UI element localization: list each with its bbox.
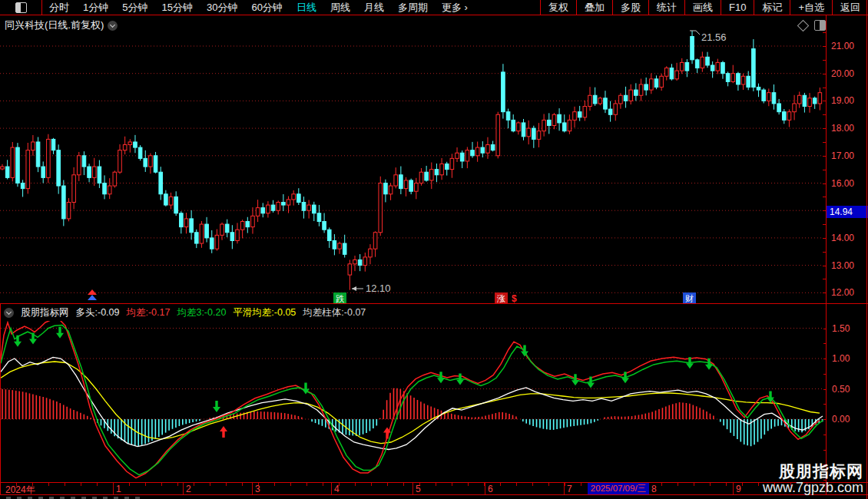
month-label: 2 [186, 484, 191, 494]
mountain-marker-icon [88, 289, 97, 300]
month-label: 7 [567, 484, 572, 494]
menu-item-3[interactable]: 15分钟 [154, 1, 199, 15]
date-axis: 2024年 123456789 2025/07/09/三 [0, 482, 868, 495]
low-annotation: 12.10 [366, 283, 391, 294]
window-menu-button[interactable] [0, 0, 42, 15]
price-axis-label: 13.00 [831, 260, 866, 271]
price-axis-label: 19.00 [831, 95, 866, 106]
sell-arrow-icon [213, 401, 220, 412]
month-label: 3 [255, 484, 260, 494]
high-annotation: 21.56 [701, 31, 727, 43]
sell-arrow-icon [14, 335, 22, 347]
price-axis-label: 14.00 [831, 233, 866, 243]
candlestick-chart: 21.5612.10跌涨财$ [0, 15, 826, 303]
indicator-field-2: 均差3:-0.20 [177, 306, 226, 319]
tool-menu-item-4[interactable]: 画线 [684, 0, 721, 15]
indicator-axis-label: 1.00 [832, 353, 867, 364]
price-tag: 14.94 [827, 206, 868, 218]
menu-item-9[interactable]: 多周期 [391, 1, 435, 15]
indicator-axis-label: 0.00 [832, 414, 867, 425]
menu-item-7[interactable]: 周线 [323, 1, 357, 15]
sell-arrow-icon [437, 372, 445, 383]
month-divider [331, 483, 332, 494]
indicator-field-1: 均差:-0.17 [126, 306, 170, 319]
price-axis-label: 16.00 [831, 178, 866, 189]
indicator-axis-label: 1.50 [832, 323, 867, 334]
fall-badge: 跌 [333, 292, 346, 303]
month-divider [113, 483, 114, 494]
diamond-icon[interactable] [797, 19, 810, 31]
menu-item-1[interactable]: 1分钟 [76, 1, 115, 15]
month-divider [485, 483, 485, 494]
main-chart-area: 21.5612.10跌涨财$ 同兴科技(日线.前复权) 21.0020.0019… [0, 15, 868, 303]
indicator-panel: 股朋指标网 多头:-0.09均差:-0.17均差3:-0.20平滑均差:-0.0… [0, 303, 868, 482]
buy-arrow-icon [220, 426, 227, 438]
right-border-line [866, 0, 867, 499]
month-label: 9 [736, 484, 741, 494]
menu-item-8[interactable]: 月线 [357, 1, 391, 15]
bottom-sliver [0, 496, 868, 499]
watermark-brand: 股朋指标网 [763, 463, 863, 481]
tool-menu-item-2[interactable]: 多股 [612, 0, 648, 15]
axis-divider-line [826, 15, 827, 495]
date-ticks [1, 483, 827, 486]
month-label: 6 [488, 484, 493, 494]
selected-date-tag: 2025/07/09/三 [588, 483, 649, 494]
month-divider [252, 483, 253, 494]
month-label: 1 [116, 484, 121, 494]
menu-item-4[interactable]: 30分钟 [200, 1, 244, 15]
month-label: 4 [334, 484, 340, 494]
indicator-chart [1, 321, 827, 483]
app-window: { "menu_bar": { "left_items": [ {"label"… [0, 0, 868, 499]
dollar-marker: $ [512, 293, 517, 303]
indicator-field-4: 均差柱体:-0.07 [303, 306, 366, 319]
menu-item-5[interactable]: 60分钟 [244, 1, 289, 15]
svg-text:涨: 涨 [497, 294, 505, 303]
indicator-field-3: 平滑均差:-0.05 [233, 306, 296, 319]
menu-item-2[interactable]: 5分钟 [115, 1, 154, 15]
tool-menu-item-0[interactable]: 复权 [540, 0, 576, 15]
month-divider [183, 483, 184, 494]
svg-text:财: 财 [685, 294, 694, 303]
tool-menu-item-6[interactable]: 标记 [754, 0, 790, 15]
menu-item-0[interactable]: 分时 [42, 1, 76, 15]
month-divider [412, 483, 413, 494]
tool-menu-item-5[interactable]: F10 [721, 0, 754, 15]
tool-menu-item-1[interactable]: 叠加 [576, 0, 612, 15]
svg-text:跌: 跌 [336, 294, 345, 303]
tool-menu-item-8[interactable]: 返回 [832, 0, 868, 15]
watermark-url: www.7gpzb.com [763, 481, 863, 495]
price-axis-label: 17.00 [831, 150, 866, 161]
chart-title-text: 同兴科技(日线.前复权) [5, 18, 104, 32]
tool-menu-item-7[interactable]: +自选 [790, 0, 832, 15]
indicator-axis-label: 0.50 [832, 384, 867, 395]
tool-menu-item-3[interactable]: 统计 [648, 0, 684, 15]
year-label: 2024年 [5, 484, 35, 497]
price-axis-label: 21.00 [831, 41, 866, 51]
watermark: 股朋指标网 www.7gpzb.com [763, 463, 863, 495]
indicator-header: 股朋指标网 多头:-0.09均差:-0.17均差3:-0.20平滑均差:-0.0… [4, 306, 366, 319]
menu-item-6[interactable]: 日线 [290, 1, 323, 15]
tools-menu: 复权叠加多股统计画线F10标记+自选返回 [540, 0, 868, 15]
menu-item-10[interactable]: 更多 › [435, 1, 475, 15]
indicator-name: 股朋指标网 [21, 306, 69, 319]
sell-arrow-icon [29, 333, 37, 345]
month-divider [733, 483, 734, 494]
month-divider [564, 483, 565, 494]
panel-toggle-icon[interactable] [814, 20, 826, 31]
period-menu: 分时1分钟5分钟15分钟30分钟60分钟日线周线月线多周期更多 › [42, 1, 475, 15]
chevron-down-icon[interactable] [4, 308, 14, 318]
rise-badge: 涨 [495, 292, 508, 303]
top-menu-bar: 分时1分钟5分钟15分钟30分钟60分钟日线周线月线多周期更多 › 复权叠加多股… [0, 0, 868, 15]
sell-arrow-icon [571, 374, 579, 385]
month-label: 5 [416, 484, 421, 494]
chart-corner-icons [799, 20, 826, 31]
price-axis-label: 20.00 [831, 68, 866, 79]
wealth-badge: 财 [683, 292, 696, 303]
price-axis-label: 12.00 [831, 287, 866, 298]
indicator-field-0: 多头:-0.09 [76, 306, 120, 319]
chevron-down-icon[interactable] [108, 21, 118, 31]
split-square-icon [15, 2, 27, 13]
month-label: 8 [651, 484, 657, 494]
sell-arrow-icon [521, 345, 528, 356]
